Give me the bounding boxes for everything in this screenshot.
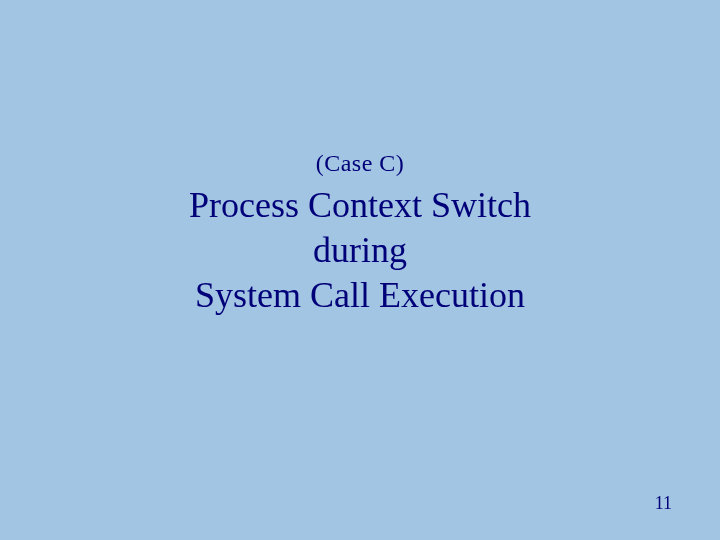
title-line-2: during (0, 228, 720, 273)
page-number: 11 (655, 493, 672, 514)
title-line-1: Process Context Switch (0, 183, 720, 228)
case-label: (Case C) (0, 150, 720, 177)
slide-title: Process Context Switch during System Cal… (0, 183, 720, 318)
slide-content: (Case C) Process Context Switch during S… (0, 150, 720, 318)
title-line-3: System Call Execution (0, 273, 720, 318)
